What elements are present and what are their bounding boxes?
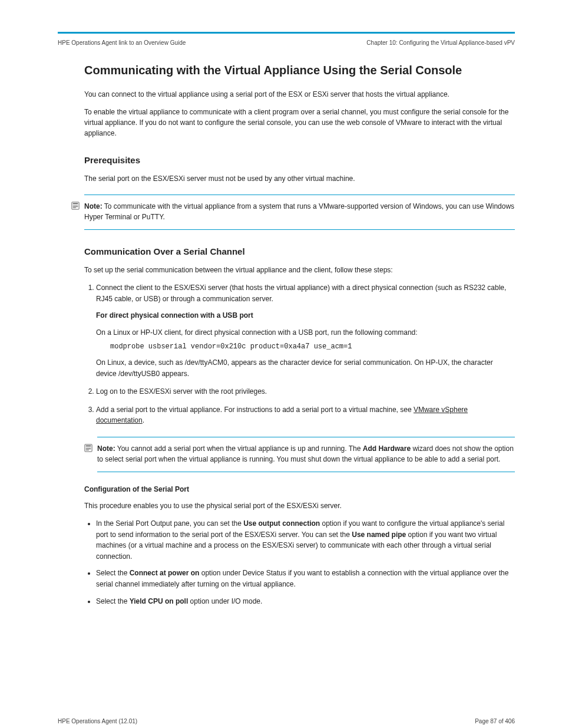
config-bullets: In the Serial Port Output pane, you can … bbox=[84, 518, 515, 607]
note-rule-bottom bbox=[84, 229, 515, 230]
step-1-line-3: On Linux, a device, such as /dev/ttyACM0… bbox=[96, 358, 493, 378]
prerequisites-heading: Prerequisites bbox=[84, 155, 515, 165]
note2-rule-bottom bbox=[97, 472, 515, 472]
step-1-line-1: Connect the client to the ESX/ESXi serve… bbox=[96, 284, 506, 303]
step-2: Log on to the ESX/ESXi server with the r… bbox=[96, 386, 515, 397]
note-icon bbox=[84, 444, 97, 454]
step-2-text: Log on to the ESX/ESXi server with the r… bbox=[96, 387, 267, 396]
svg-rect-1 bbox=[73, 203, 78, 205]
step-1-subhead: For direct physical connection with a US… bbox=[96, 311, 253, 319]
note-1-text: Note: To communicate with the virtual ap… bbox=[84, 201, 515, 222]
note-2-text: Note: You cannot add a serial port when … bbox=[97, 443, 515, 465]
step-3: Add a serial port to the virtual applian… bbox=[96, 404, 515, 426]
running-footer: HPE Operations Agent (12.01) Page 87 of … bbox=[58, 718, 515, 724]
note2-a: You cannot add a serial port when the vi… bbox=[117, 444, 363, 453]
running-header: HPE Operations Agent link to an Overview… bbox=[58, 39, 515, 46]
steps-list: Connect the client to the ESX/ESXi serve… bbox=[84, 282, 515, 426]
bullet-2: Select the Connect at power on option un… bbox=[96, 568, 515, 589]
note-1-body: To communicate with the virtual applianc… bbox=[84, 202, 514, 221]
step-1-command: modprobe usbserial vendor=0x210c product… bbox=[110, 341, 515, 353]
communication-heading: Communication Over a Serial Channel bbox=[84, 246, 515, 256]
footer-left: HPE Operations Agent (12.01) bbox=[58, 718, 137, 724]
communication-intro: To set up the serial communication betwe… bbox=[84, 265, 515, 275]
header-rule bbox=[58, 32, 515, 34]
note2-b: Add Hardware bbox=[363, 444, 411, 453]
b3-a: Select the bbox=[96, 597, 130, 605]
note-label: Note: bbox=[84, 202, 103, 210]
page: HPE Operations Agent link to an Overview… bbox=[0, 32, 562, 728]
config-serial-heading: Configuration of the Serial Port bbox=[84, 485, 515, 493]
bullet-3: Select the Yield CPU on poll option unde… bbox=[96, 596, 515, 607]
config-intro: This procedure enables you to use the ph… bbox=[84, 500, 515, 511]
b1-b: Use output connection bbox=[243, 519, 320, 528]
footer-right: Page 87 of 406 bbox=[475, 718, 515, 724]
step-1: Connect the client to the ESX/ESXi serve… bbox=[96, 282, 515, 379]
main-content: Communicating with the Virtual Appliance… bbox=[58, 64, 515, 607]
header-left: HPE Operations Agent link to an Overview… bbox=[58, 39, 186, 46]
svg-rect-6 bbox=[86, 446, 91, 447]
intro-paragraph-2: To enable the virtual appliance to commu… bbox=[84, 107, 515, 139]
note2-label: Note: bbox=[97, 444, 115, 453]
bullet-1: In the Serial Port Output pane, you can … bbox=[96, 518, 515, 562]
header-right: Chapter 10: Configuring the Virtual Appl… bbox=[366, 39, 515, 46]
b2-b: Connect at power on bbox=[130, 569, 200, 577]
b3-c: option under I/O mode. bbox=[188, 597, 262, 605]
b2-a: Select the bbox=[96, 569, 130, 577]
b3-b: Yield CPU on poll bbox=[130, 597, 189, 605]
step-3-text-a: Add a serial port to the virtual applian… bbox=[96, 406, 414, 414]
note-box-1: Note: To communicate with the virtual ap… bbox=[71, 195, 515, 230]
note-box-2: Note: You cannot add a serial port when … bbox=[84, 437, 515, 472]
prerequisites-text: The serial port on the ESX/ESXi server m… bbox=[84, 173, 515, 184]
b1-a: In the Serial Port Output pane, you can … bbox=[96, 519, 243, 528]
note-icon bbox=[71, 202, 84, 212]
page-title: Communicating with the Virtual Appliance… bbox=[84, 64, 515, 77]
intro-paragraph-1: You can connect to the virtual appliance… bbox=[84, 89, 515, 100]
step-1-line-2: On a Linux or HP-UX client, for direct p… bbox=[96, 328, 418, 337]
step-3-text-b: . bbox=[143, 416, 144, 424]
b1-d: Use named pipe bbox=[352, 531, 406, 539]
